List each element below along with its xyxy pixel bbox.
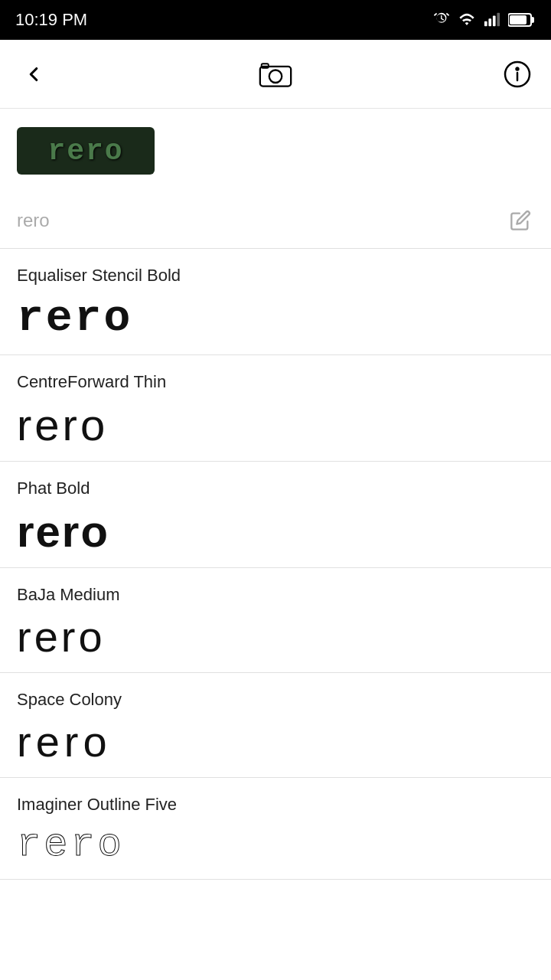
font-item[interactable]: Equaliser Stencil Boldrero <box>0 249 551 355</box>
status-time: 10:19 PM <box>15 10 87 30</box>
svg-point-9 <box>269 70 282 83</box>
svg-rect-6 <box>531 17 534 23</box>
font-item[interactable]: BaJa Mediumrero <box>0 568 551 673</box>
signal-icon <box>484 11 500 28</box>
font-item-sample: rero <box>17 403 534 447</box>
font-item-name: BaJa Medium <box>17 585 534 605</box>
font-item-sample: rero <box>17 825 534 865</box>
search-placeholder[interactable]: rero <box>17 210 50 231</box>
wifi-icon <box>458 11 476 28</box>
font-item-sample: rero <box>17 720 534 763</box>
status-icons <box>433 11 536 28</box>
font-item-sample: rero <box>17 616 534 658</box>
back-button[interactable] <box>17 57 51 91</box>
info-button[interactable] <box>500 57 534 91</box>
preview-area: rero <box>0 109 551 193</box>
edit-button[interactable] <box>507 207 534 234</box>
svg-rect-0 <box>484 21 487 26</box>
font-item-name: Phat Bold <box>17 479 534 498</box>
svg-rect-5 <box>510 15 527 24</box>
font-item-name: Space Colony <box>17 690 534 710</box>
battery-icon <box>508 11 536 28</box>
font-preview-banner: rero <box>17 127 155 175</box>
font-item[interactable]: Imaginer Outline Fiverero <box>0 778 551 880</box>
search-row: rero <box>0 193 551 249</box>
svg-rect-1 <box>488 18 491 26</box>
svg-rect-2 <box>493 16 496 27</box>
camera-button[interactable] <box>259 57 292 91</box>
font-item-name: Equaliser Stencil Bold <box>17 266 534 286</box>
font-item[interactable]: CentreForward Thinrero <box>0 355 551 462</box>
font-item-name: Imaginer Outline Five <box>17 795 534 815</box>
font-item-name: CentreForward Thin <box>17 372 534 392</box>
font-list: Equaliser Stencil BoldreroCentreForward … <box>0 249 551 880</box>
font-preview-text: rero <box>47 135 123 168</box>
svg-point-12 <box>517 67 519 70</box>
font-item-sample: rero <box>17 509 534 554</box>
font-item[interactable]: Space Colonyrero <box>0 673 551 778</box>
top-bar <box>0 40 551 109</box>
font-item[interactable]: Phat Boldrero <box>0 462 551 568</box>
font-item-sample: rero <box>17 296 534 341</box>
status-bar: 10:19 PM <box>0 0 551 40</box>
alarm-icon <box>433 11 450 28</box>
svg-rect-3 <box>497 13 500 26</box>
